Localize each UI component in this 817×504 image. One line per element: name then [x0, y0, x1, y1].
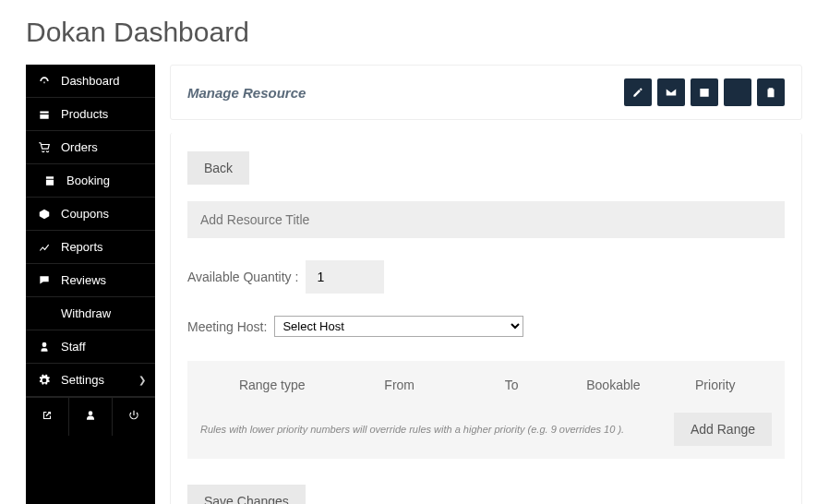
sidebar-item-label: Orders — [61, 140, 98, 154]
external-link-button[interactable] — [26, 398, 69, 436]
edit-button[interactable] — [624, 78, 652, 106]
range-body: Rules with lower priority numbers will o… — [200, 402, 772, 446]
panel-header: Manage Resource — [170, 65, 802, 120]
sidebar-item-label: Products — [61, 107, 108, 121]
sidebar-item-booking[interactable]: Booking — [26, 164, 155, 198]
profile-button[interactable] — [69, 398, 113, 436]
back-button[interactable]: Back — [187, 151, 249, 185]
settings-icon — [37, 374, 52, 387]
col-priority: Priority — [665, 378, 766, 392]
power-button[interactable] — [113, 398, 155, 436]
host-row: Meeting Host: Select Host — [187, 316, 785, 337]
sidebar-item-label: Booking — [66, 174, 110, 187]
coupons-icon — [37, 208, 52, 221]
save-row: Save Changes — [187, 485, 785, 504]
sidebar-item-label: Withdraw — [61, 306, 111, 320]
external-link-icon — [40, 409, 54, 422]
sidebar-item-staff[interactable]: Staff — [26, 330, 155, 364]
action-buttons — [624, 78, 785, 106]
sidebar: Dashboard Products Orders Booking Coupon… — [26, 65, 155, 504]
reports-icon — [37, 241, 52, 254]
withdraw-icon — [37, 307, 52, 320]
qty-row: Available Quantity : — [187, 260, 785, 294]
qty-label: Available Quantity : — [187, 270, 298, 284]
sidebar-item-label: Reports — [61, 240, 103, 254]
col-to: To — [461, 378, 562, 392]
sidebar-item-dashboard[interactable]: Dashboard — [26, 65, 155, 98]
host-label: Meeting Host: — [187, 319, 267, 334]
col-from: From — [338, 378, 460, 392]
staff-icon — [37, 341, 52, 354]
orders-icon — [37, 141, 52, 154]
sidebar-item-settings[interactable]: Settings ❯ — [26, 364, 155, 397]
sidebar-item-reports[interactable]: Reports — [26, 231, 155, 264]
calendar-button[interactable] — [691, 78, 718, 106]
sidebar-item-label: Reviews — [61, 273, 106, 287]
form-area: Back Available Quantity : Meeting Host: … — [170, 133, 802, 504]
panel-title: Manage Resource — [187, 85, 306, 101]
host-select[interactable]: Select Host — [274, 316, 523, 337]
sidebar-item-label: Dashboard — [61, 74, 120, 88]
add-range-button[interactable]: Add Range — [674, 413, 772, 446]
power-icon — [126, 409, 141, 422]
sidebar-item-withdraw[interactable]: Withdraw — [26, 297, 155, 330]
save-button[interactable]: Save Changes — [187, 485, 306, 504]
qty-input[interactable] — [306, 260, 384, 294]
sidebar-item-coupons[interactable]: Coupons — [26, 198, 155, 231]
col-bookable: Bookable — [562, 378, 664, 392]
page-title: Dokan Dashboard — [0, 0, 817, 65]
reviews-icon — [37, 274, 52, 287]
sidebar-item-label: Coupons — [61, 207, 109, 221]
sidebar-item-orders[interactable]: Orders — [26, 131, 155, 164]
col-range-type: Range type — [206, 378, 338, 392]
products-icon — [37, 108, 52, 121]
sidebar-item-label: Staff — [61, 340, 86, 354]
priority-hint: Rules with lower priority numbers will o… — [200, 424, 624, 435]
sidebar-item-label: Settings — [61, 373, 104, 387]
range-table: Range type From To Bookable Priority Rul… — [187, 361, 785, 459]
range-header: Range type From To Bookable Priority — [200, 378, 772, 402]
user-icon — [83, 409, 98, 422]
resource-title-input[interactable] — [187, 201, 785, 238]
clipboard-button[interactable] — [757, 78, 785, 106]
booking-icon — [42, 174, 57, 187]
sidebar-item-products[interactable]: Products — [26, 98, 155, 131]
main-content: Manage Resource Back Available Quantity … — [155, 65, 817, 504]
chevron-right-icon: ❯ — [138, 375, 146, 385]
sidebar-footer — [26, 397, 155, 436]
list-button[interactable] — [724, 78, 751, 106]
dashboard-icon — [37, 75, 52, 88]
sidebar-item-reviews[interactable]: Reviews — [26, 264, 155, 297]
mail-button[interactable] — [657, 78, 685, 106]
